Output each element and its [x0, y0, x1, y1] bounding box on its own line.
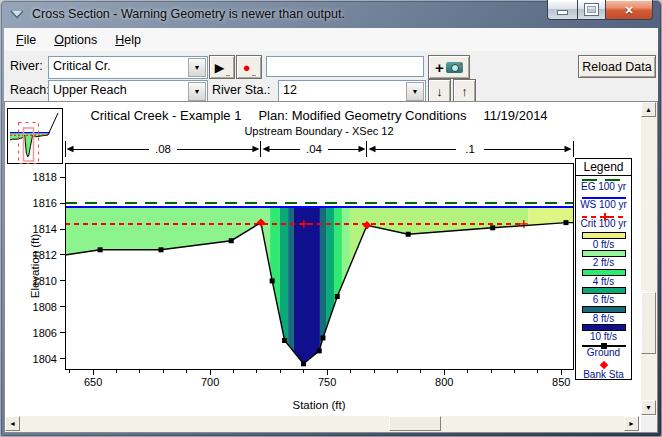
vertical-scrollbar[interactable]: ▲ ▼	[641, 102, 657, 415]
cross-section-plot: .08.04.165070075080085018041806180818101…	[5, 102, 655, 433]
legend-label: WS 100 yr	[580, 200, 627, 210]
plot-subtitle: Upstream Boundary - XSec 12	[5, 125, 633, 137]
next-downstream-button[interactable]: ↓	[428, 79, 451, 103]
river-sta-value: 12	[283, 83, 407, 97]
legend-label: 0 ft/s	[593, 240, 615, 250]
legend-label: EG 100 yr	[581, 182, 626, 192]
legend-items: EG 100 yrWS 100 yrCrit 100 yr0 ft/s2 ft/…	[576, 176, 631, 380]
svg-text:1816: 1816	[33, 197, 57, 209]
svg-text:.1: .1	[465, 143, 475, 155]
record-icon: ●	[243, 60, 251, 75]
chevron-down-icon[interactable]: ▼	[406, 82, 424, 101]
scroll-right-button[interactable]: ►	[624, 416, 639, 431]
chevron-down-icon[interactable]: ▼	[188, 82, 206, 101]
menu-help[interactable]: Help	[106, 30, 150, 50]
reach-combobox[interactable]: Upper Reach ▼	[48, 80, 208, 103]
svg-text:1818: 1818	[33, 171, 57, 183]
legend-item-2-ft-s: 2 ft/s	[576, 250, 631, 269]
svg-text:1804: 1804	[33, 353, 57, 365]
svg-text:750: 750	[318, 376, 336, 388]
close-button[interactable]: ×	[605, 0, 653, 20]
svg-text:1806: 1806	[33, 327, 57, 339]
play-icon: ▶	[215, 60, 225, 75]
svg-text:1808: 1808	[33, 301, 57, 313]
add-snapshot-button[interactable]: +	[428, 55, 470, 79]
legend-swatch	[582, 345, 626, 347]
menu-bar: File Options Help	[4, 28, 658, 51]
river-combobox[interactable]: Critical Cr. ▼	[48, 56, 208, 79]
legend-swatch	[582, 361, 626, 369]
chevron-down-icon[interactable]: ▼	[188, 58, 206, 77]
minimize-icon	[558, 11, 567, 14]
svg-text:650: 650	[84, 376, 102, 388]
reach-label: Reach:	[10, 80, 50, 101]
legend-swatch	[582, 216, 626, 218]
legend-swatch	[582, 232, 626, 239]
camera-icon	[446, 62, 463, 73]
horizontal-scrollbar[interactable]: ◄ ►	[5, 416, 639, 432]
river-sta-label: River Sta.:	[212, 80, 270, 101]
legend-item-bank-sta: Bank Sta	[576, 361, 631, 380]
menu-options[interactable]: Options	[45, 30, 106, 50]
legend-box: Legend EG 100 yrWS 100 yrCrit 100 yr0 ft…	[575, 158, 632, 380]
legend-label: 8 ft/s	[593, 314, 615, 324]
client-area: File Options Help River: Critical Cr. ▼ …	[4, 28, 658, 433]
legend-item-0-ft-s: 0 ft/s	[576, 232, 631, 251]
legend-swatch	[582, 324, 626, 331]
velocity-bands	[65, 207, 573, 369]
svg-text:800: 800	[435, 376, 453, 388]
window-title: Cross Section - Warning Geometry is newe…	[32, 7, 345, 21]
reach-value: Upper Reach	[53, 83, 189, 97]
legend-label: 6 ft/s	[593, 295, 615, 305]
legend-label: Ground	[587, 348, 620, 358]
horizontal-scroll-thumb[interactable]	[389, 416, 441, 431]
scrollbar-corner	[641, 416, 657, 432]
plot-title-date: 11/19/2014	[484, 108, 548, 123]
annotation-input[interactable]	[266, 56, 424, 77]
legend-swatch	[582, 269, 626, 276]
scroll-down-button[interactable]: ▼	[641, 400, 656, 415]
svg-text:.04: .04	[306, 143, 323, 155]
legend-swatch	[582, 287, 626, 294]
legend-item-10-ft-s: 10 ft/s	[576, 324, 631, 343]
legend-title: Legend	[576, 159, 631, 176]
legend-item-crit-100-yr: Crit 100 yr	[576, 213, 631, 232]
legend-swatch	[582, 250, 626, 257]
ellipsis: ...	[252, 72, 256, 76]
svg-text:.08: .08	[155, 143, 171, 155]
plot-title-plan: Plan: Modified Geometry Conditions	[258, 108, 466, 123]
arrow-down-icon: ↓	[436, 84, 443, 99]
plot-title-project: Critical Creek - Example 1	[90, 108, 241, 123]
svg-text:700: 700	[201, 376, 219, 388]
svg-text:1814: 1814	[33, 223, 57, 235]
legend-label: 10 ft/s	[590, 332, 617, 342]
title-bar: Cross Section - Warning Geometry is newe…	[0, 0, 662, 28]
maximize-button[interactable]	[578, 0, 605, 20]
animate-button[interactable]: ▶...	[209, 55, 235, 79]
scroll-up-button[interactable]: ▲	[641, 102, 656, 117]
svg-text:Station (ft): Station (ft)	[292, 399, 345, 411]
legend-item-ws-100-yr: WS 100 yr	[576, 195, 631, 214]
river-sta-combobox[interactable]: 12 ▼	[278, 80, 426, 103]
app-icon	[9, 8, 25, 21]
menu-file[interactable]: File	[7, 30, 45, 50]
scroll-left-button[interactable]: ◄	[5, 416, 20, 431]
legend-label: Bank Sta	[583, 370, 624, 380]
river-value: Critical Cr.	[53, 59, 189, 73]
legend-item-eg-100-yr: EG 100 yr	[576, 176, 631, 195]
legend-item-ground: Ground	[576, 343, 631, 362]
cross-section-plot-panel: .08.04.165070075080085018041806180818101…	[4, 101, 658, 433]
legend-item-4-ft-s: 4 ft/s	[576, 269, 631, 288]
arrow-up-icon: ↑	[461, 84, 468, 99]
record-button[interactable]: ●...	[236, 55, 262, 79]
reload-data-button[interactable]: Reload Data	[578, 55, 656, 78]
legend-item-6-ft-s: 6 ft/s	[576, 287, 631, 306]
svg-text:850: 850	[552, 376, 570, 388]
vertical-scroll-thumb[interactable]	[641, 292, 656, 354]
maximize-icon	[585, 4, 598, 15]
svg-text:Elevation (ft): Elevation (ft)	[29, 234, 41, 299]
minimize-button[interactable]	[547, 0, 578, 20]
next-upstream-button[interactable]: ↑	[453, 79, 476, 103]
river-label: River:	[10, 56, 43, 77]
close-icon: ×	[625, 2, 633, 18]
